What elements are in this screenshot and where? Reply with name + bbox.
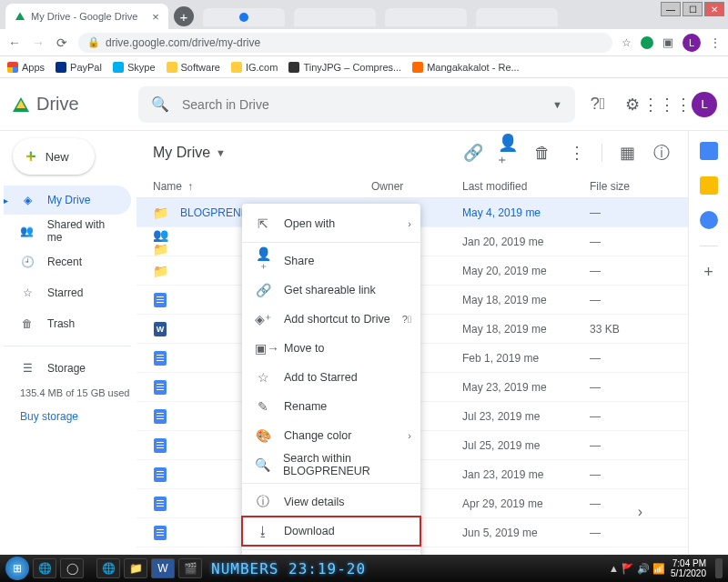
search-options-icon[interactable]: ▼	[552, 99, 562, 110]
taskbar-chrome-icon[interactable]: 🌐	[33, 558, 56, 578]
col-name[interactable]: Name↑	[153, 180, 371, 193]
apps-grid-icon[interactable]: ⋮⋮⋮	[657, 95, 677, 115]
bookmark-item[interactable]: TinyJPG – Compres...	[288, 62, 401, 73]
bookmark-star-icon[interactable]: ☆	[622, 36, 632, 49]
sidebar-item-mydrive[interactable]: ▸ ◈ My Drive	[4, 186, 131, 215]
minimize-button[interactable]: —	[661, 2, 681, 16]
menu-item-label: Get shareable link	[284, 284, 376, 296]
shared-folder-icon: 👥📁	[153, 235, 167, 249]
sidebar-item-shared[interactable]: 👥 Shared with me	[4, 216, 131, 246]
calendar-addon-icon[interactable]	[700, 142, 718, 160]
extension-icon[interactable]	[641, 36, 653, 49]
sidebar-item-recent[interactable]: 🕘 Recent	[4, 247, 131, 276]
support-icon[interactable]: ?⃝	[588, 95, 608, 115]
background-tab[interactable]	[203, 8, 285, 26]
menu-item-rename[interactable]: ✎Rename	[242, 392, 420, 421]
taskbar-clock[interactable]: 7:04 PM5/1/2020	[665, 558, 712, 578]
menu-item-open[interactable]: ⇱Open with›	[242, 209, 420, 238]
col-owner[interactable]: Owner	[371, 180, 462, 193]
storage-icon: ☰	[20, 362, 35, 375]
start-button[interactable]: ⊞	[5, 557, 29, 580]
apps-bookmark[interactable]: Apps	[7, 62, 45, 73]
system-tray[interactable]: ▲ 🚩 🔊 📶	[609, 563, 665, 575]
grid-view-icon[interactable]: ▦	[617, 143, 637, 163]
details-pane-icon[interactable]: ⓘ	[652, 143, 672, 163]
taskbar-app-icon[interactable]: 🎬	[178, 558, 202, 578]
bookmark-item[interactable]: PayPal	[56, 62, 102, 73]
file-modified: Jan 20, 2019 me	[462, 236, 590, 248]
bookmark-item[interactable]: Software	[167, 62, 220, 73]
col-modified[interactable]: Last modified	[462, 180, 590, 193]
tab-title: My Drive - Google Drive	[31, 11, 137, 22]
sidebar-item-starred[interactable]: ☆ Starred	[4, 278, 131, 307]
menu-item-star[interactable]: ☆Add to Starred	[242, 363, 420, 392]
taskbar-app-icon[interactable]: 🌐	[96, 558, 120, 578]
col-size[interactable]: File size	[590, 180, 672, 193]
bookmark-item[interactable]: Mangakakalot - Re...	[412, 62, 520, 73]
tab-close-icon[interactable]: ×	[152, 10, 159, 24]
share-icon[interactable]: 👤⁺	[498, 143, 518, 163]
path-dropdown-icon[interactable]: ▼	[216, 147, 226, 158]
delete-icon[interactable]: 🗑	[532, 143, 552, 163]
menu-item-move[interactable]: ▣→Move to	[242, 334, 420, 363]
background-tab[interactable]	[476, 8, 558, 26]
help-icon[interactable]: ?⃝	[402, 314, 411, 325]
menu-item-share[interactable]: 👤⁺Share	[242, 246, 420, 276]
menu-item-link[interactable]: 🔗Get shareable link	[242, 276, 420, 305]
menu-item-trash[interactable]: 🗑Remove	[242, 554, 420, 555]
menu-item-palette[interactable]: 🎨Change color›	[242, 421, 420, 450]
menu-item-shortcut[interactable]: ◈⁺Add shortcut to Drive?⃝	[242, 305, 420, 334]
menu-separator	[242, 242, 420, 243]
buy-storage-link[interactable]: Buy storage	[4, 403, 131, 423]
sidebar-item-trash[interactable]: 🗑 Trash	[4, 309, 131, 338]
get-addons-icon[interactable]: +	[703, 263, 713, 282]
menu-item-info[interactable]: ⓘView details	[242, 487, 420, 517]
browser-tab-active[interactable]: My Drive - Google Drive ×	[5, 4, 168, 29]
submenu-arrow-icon: ›	[408, 218, 411, 229]
file-size: —	[590, 439, 672, 452]
profile-avatar[interactable]: L	[682, 34, 701, 52]
address-bar[interactable]: 🔒 drive.google.com/drive/my-drive	[78, 33, 612, 53]
google-doc-icon	[153, 409, 167, 424]
folder-icon: 📁	[153, 264, 167, 278]
background-tab[interactable]	[294, 8, 376, 26]
bookmark-item[interactable]: IG.com	[231, 62, 278, 73]
rail-separator	[700, 246, 718, 246]
tasks-addon-icon[interactable]	[700, 211, 718, 229]
maximize-button[interactable]: ☐	[682, 2, 703, 16]
search-box[interactable]: 🔍 ▼	[138, 86, 575, 123]
open-icon: ⇱	[255, 216, 271, 231]
background-tab[interactable]	[385, 8, 467, 26]
back-button[interactable]: ←	[7, 35, 22, 50]
scroll-right-indicator[interactable]: ›	[638, 504, 642, 520]
show-desktop-button[interactable]	[715, 558, 723, 578]
forward-button[interactable]: →	[31, 35, 46, 50]
reload-button[interactable]: ⟳	[55, 35, 69, 50]
get-link-icon[interactable]: 🔗	[463, 143, 483, 163]
bookmark-item[interactable]: Skype	[113, 62, 156, 73]
taskbar-explorer-icon[interactable]: 📁	[124, 558, 147, 578]
account-avatar[interactable]: L	[692, 92, 717, 117]
search-input[interactable]	[182, 97, 540, 112]
windows-taskbar: ⊞ 🌐 ◯ 🌐 📁 W 🎬 NUMBERS 23:19-20 ▲ 🚩 🔊 📶 7…	[0, 555, 728, 582]
word-doc-icon: W	[153, 322, 167, 336]
more-actions-icon[interactable]: ⋮	[567, 143, 587, 163]
translate-icon[interactable]: ▣	[662, 35, 673, 49]
new-tab-button[interactable]: +	[174, 6, 194, 26]
file-modified: May 23, 2019 me	[462, 381, 590, 394]
settings-gear-icon[interactable]: ⚙	[622, 95, 642, 115]
keep-addon-icon[interactable]	[700, 176, 718, 195]
close-window-button[interactable]: ✕	[704, 2, 724, 16]
chrome-menu-icon[interactable]: ⋮	[710, 36, 721, 49]
new-button[interactable]: + New	[13, 138, 95, 175]
sidebar-item-storage[interactable]: ☰ Storage	[4, 354, 131, 383]
share-icon: 👤⁺	[255, 246, 271, 276]
drive-logo[interactable]: Drive	[13, 94, 129, 115]
taskbar-app-icon[interactable]: ◯	[60, 558, 84, 578]
menu-item-search[interactable]: 🔍Search within BLOGPRENEUR	[242, 450, 420, 479]
path-title[interactable]: My Drive	[153, 145, 210, 161]
clock-icon: 🕘	[20, 256, 35, 268]
drive-header: Drive 🔍 ▼ ?⃝ ⚙ ⋮⋮⋮ L	[0, 78, 728, 131]
menu-item-download[interactable]: ⭳Download	[242, 517, 420, 546]
taskbar-word-icon[interactable]: W	[151, 558, 175, 578]
